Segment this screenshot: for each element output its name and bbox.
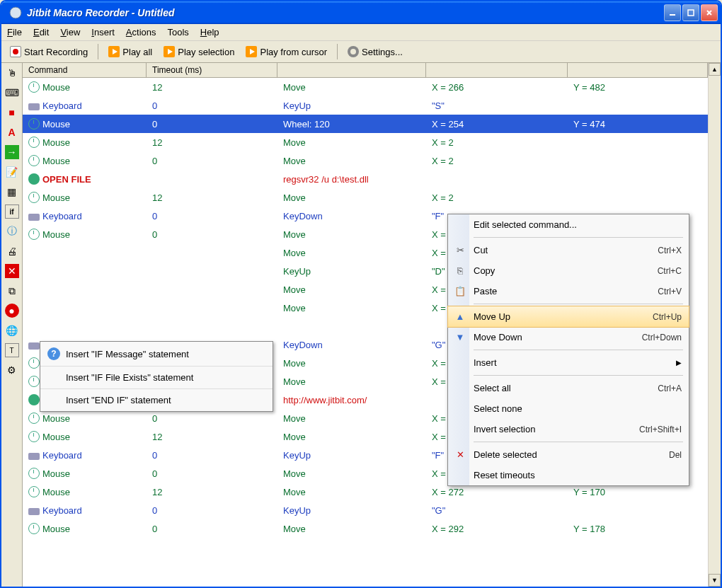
ctx-delete-selected[interactable]: ✕Delete selectedDel xyxy=(448,444,689,465)
ctx-item-label: Select none xyxy=(474,403,522,414)
clock-icon xyxy=(28,413,40,424)
clock-icon xyxy=(28,229,40,240)
settings-button[interactable]: Settings... xyxy=(343,45,407,59)
ctx-select-all[interactable]: Select allCtrl+A xyxy=(448,378,689,398)
ctx-insert[interactable]: Insert▶ xyxy=(448,352,689,373)
table-row[interactable]: Mouse12MoveX = 2 xyxy=(23,188,708,207)
type-icon[interactable]: T xyxy=(5,343,19,357)
menu-tools[interactable]: Tools xyxy=(168,27,189,38)
if-statement-popup: ?Insert "IF Message" statementInsert "IF… xyxy=(40,341,273,412)
menu-insert[interactable]: Insert xyxy=(91,27,115,38)
menu-help[interactable]: Help xyxy=(200,27,219,38)
clock-icon xyxy=(28,155,40,166)
menu-view[interactable]: View xyxy=(60,27,80,38)
play-selection-button[interactable]: Play selection xyxy=(159,45,239,59)
clock-icon xyxy=(28,486,40,497)
if-popup-item[interactable]: ?Insert "IF Message" statement xyxy=(40,342,273,367)
header-col3[interactable] xyxy=(277,63,426,77)
ctx-reset-timeouts[interactable]: Reset timeouts xyxy=(448,465,689,485)
clock-icon xyxy=(28,118,40,129)
titlebar[interactable]: Jitbit Macro Recorder - Untitled xyxy=(1,1,721,24)
ctx-cut[interactable]: ✂CutCtrl+X xyxy=(448,240,689,260)
header-command[interactable]: Command xyxy=(23,63,147,77)
if-popup-item[interactable]: Insert "END IF" statement xyxy=(40,389,273,411)
play-all-button[interactable]: Play all xyxy=(104,45,156,59)
command-label: Mouse xyxy=(42,413,70,424)
copy-icon[interactable]: ⧉ xyxy=(5,284,19,298)
timeout-value xyxy=(147,251,277,254)
play-from-cursor-button[interactable]: Play from cursor xyxy=(241,45,331,59)
header-col5[interactable] xyxy=(568,63,708,77)
scroll-down-arrow[interactable]: ▼ xyxy=(709,574,721,587)
table-row[interactable]: Keyboard0KeyUp"S" xyxy=(23,96,708,115)
grid-icon[interactable]: ▦ xyxy=(5,185,19,199)
if-popup-item[interactable]: Insert "IF File Exists" statement xyxy=(40,367,273,389)
mouse-tool-icon[interactable]: 🖱 xyxy=(5,66,19,80)
ctx-select-none[interactable]: Select none xyxy=(448,398,689,419)
keyboard-icon xyxy=(28,103,40,110)
keyboard-tool-icon[interactable]: ⌨ xyxy=(5,86,19,100)
text-tool-icon[interactable]: A xyxy=(5,125,19,139)
ctx-item-icon: ⎘ xyxy=(454,265,466,277)
menu-file[interactable]: File xyxy=(7,27,22,38)
ctx-paste[interactable]: 📋PasteCtrl+V xyxy=(448,281,689,301)
globe-icon[interactable]: 🌐 xyxy=(5,323,19,338)
ctx-copy[interactable]: ⎘CopyCtrl+C xyxy=(448,260,689,281)
delete-icon[interactable]: ✕ xyxy=(5,264,19,278)
param1-value: X = 2 xyxy=(426,136,568,149)
ctx-shortcut: Del xyxy=(669,450,682,460)
label-icon[interactable]: 📝 xyxy=(5,165,19,179)
submenu-arrow-icon: ▶ xyxy=(676,359,682,367)
ctx-item-label: Copy xyxy=(474,265,495,276)
start-recording-button[interactable]: Start Recording xyxy=(6,45,92,59)
command-label: Mouse xyxy=(42,468,70,479)
table-row[interactable]: Mouse12MoveX = 2 xyxy=(23,133,708,151)
table-row[interactable]: Keyboard0KeyUp"G" xyxy=(23,501,708,519)
gear-side-icon[interactable]: ⚙ xyxy=(5,363,19,377)
menubar: FileEditViewInsertActionsToolsHelp xyxy=(1,24,721,41)
vertical-scrollbar[interactable]: ▲ ▼ xyxy=(708,63,721,587)
param1-value: "G" xyxy=(426,504,568,517)
ctx-invert-selection[interactable]: Invert selectionCtrl+Shift+I xyxy=(448,419,689,439)
goto-icon[interactable]: → xyxy=(5,145,19,159)
ctx-shortcut: Ctrl+Up xyxy=(653,312,682,322)
gear-icon xyxy=(348,46,359,57)
maximize-button[interactable] xyxy=(682,4,699,21)
ctx-edit-selected-command-[interactable]: Edit selected command... xyxy=(448,214,689,235)
param2-value: Y = 482 xyxy=(568,81,708,94)
header-timeout[interactable]: Timeout (ms) xyxy=(147,63,277,77)
header-col4[interactable] xyxy=(426,63,568,77)
param2-value xyxy=(568,141,708,144)
table-row[interactable]: OPEN FILEregsvr32 /u d:\test.dll xyxy=(23,170,708,188)
menu-actions[interactable]: Actions xyxy=(126,27,156,38)
ctx-move-down[interactable]: ▼Move DownCtrl+Down xyxy=(448,327,689,347)
command-label: Mouse xyxy=(42,156,70,166)
svg-rect-2 xyxy=(688,10,694,16)
table-row[interactable]: Mouse0MoveX = 292Y = 178 xyxy=(23,519,708,538)
ctx-move-up[interactable]: ▲Move UpCtrl+Up xyxy=(447,306,689,328)
app-icon xyxy=(8,6,23,20)
info-icon[interactable]: ⓘ xyxy=(5,224,19,238)
command-label: Mouse xyxy=(42,82,70,93)
ctx-shortcut: Ctrl+V xyxy=(658,287,682,296)
play-icon xyxy=(246,46,257,57)
scroll-up-arrow[interactable]: ▲ xyxy=(709,63,721,76)
close-button[interactable] xyxy=(701,4,718,21)
globe-icon xyxy=(28,394,40,405)
minimize-button[interactable] xyxy=(664,4,681,21)
command-label: Keyboard xyxy=(42,450,82,461)
app-window: Jitbit Macro Recorder - Untitled FileEdi… xyxy=(0,0,722,588)
timeout-value: 0 xyxy=(147,154,277,168)
table-row[interactable]: Mouse0Wheel: 120X = 254Y = 474 xyxy=(23,115,708,133)
if-icon[interactable]: if xyxy=(5,204,19,219)
stop-icon[interactable]: ■ xyxy=(5,105,19,120)
timeout-value: 0 xyxy=(147,99,277,113)
table-row[interactable]: Mouse12MoveX = 266Y = 482 xyxy=(23,78,708,96)
record-icon[interactable]: ● xyxy=(5,304,19,318)
print-icon[interactable]: 🖨 xyxy=(5,244,19,258)
table-row[interactable]: Mouse0MoveX = 2 xyxy=(23,151,708,170)
menu-edit[interactable]: Edit xyxy=(33,27,49,38)
timeout-value: 0 xyxy=(147,467,277,480)
param2-value: Y = 178 xyxy=(568,522,708,536)
command-label: OPEN FILE xyxy=(42,174,91,185)
